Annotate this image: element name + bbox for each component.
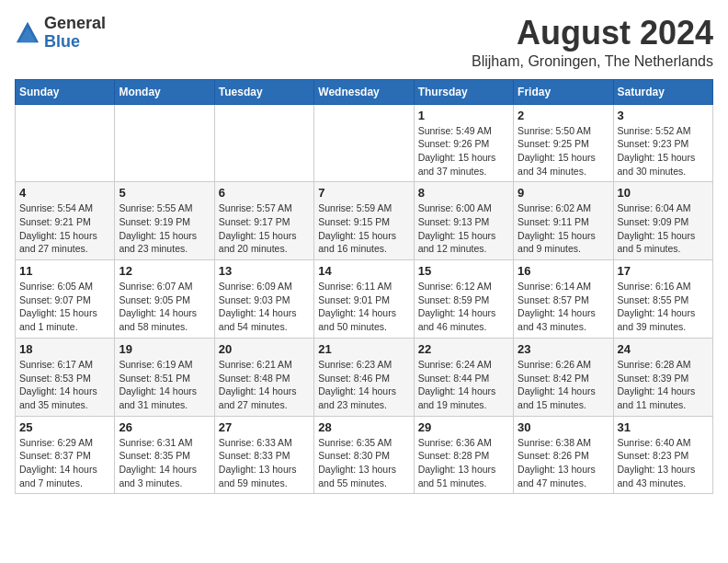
day-info: Sunrise: 6:29 AM Sunset: 8:37 PM Dayligh… bbox=[19, 436, 110, 490]
location-subtitle: Blijham, Groningen, The Netherlands bbox=[472, 53, 713, 70]
weekday-header-saturday: Saturday bbox=[613, 79, 712, 104]
calendar-cell: 27Sunrise: 6:33 AM Sunset: 8:33 PM Dayli… bbox=[214, 416, 313, 494]
weekday-header-wednesday: Wednesday bbox=[314, 79, 414, 104]
day-info: Sunrise: 5:54 AM Sunset: 9:21 PM Dayligh… bbox=[19, 201, 110, 256]
calendar-cell: 8Sunrise: 6:00 AM Sunset: 9:13 PM Daylig… bbox=[414, 182, 513, 260]
day-number: 31 bbox=[618, 420, 709, 434]
calendar-cell: 25Sunrise: 6:29 AM Sunset: 8:37 PM Dayli… bbox=[16, 416, 115, 494]
calendar-cell: 28Sunrise: 6:35 AM Sunset: 8:30 PM Dayli… bbox=[314, 416, 414, 494]
calendar-week-row: 25Sunrise: 6:29 AM Sunset: 8:37 PM Dayli… bbox=[16, 416, 713, 494]
day-info: Sunrise: 6:14 AM Sunset: 8:57 PM Dayligh… bbox=[518, 280, 609, 334]
calendar-cell: 1Sunrise: 5:49 AM Sunset: 9:26 PM Daylig… bbox=[414, 104, 513, 182]
day-info: Sunrise: 6:38 AM Sunset: 8:26 PM Dayligh… bbox=[518, 436, 609, 490]
day-info: Sunrise: 6:33 AM Sunset: 8:33 PM Dayligh… bbox=[219, 436, 310, 490]
logo-blue-text: Blue bbox=[44, 32, 80, 51]
day-number: 9 bbox=[518, 186, 609, 200]
calendar-cell bbox=[16, 104, 115, 182]
calendar-cell: 16Sunrise: 6:14 AM Sunset: 8:57 PM Dayli… bbox=[514, 260, 613, 339]
day-number: 27 bbox=[219, 420, 310, 434]
calendar-cell: 31Sunrise: 6:40 AM Sunset: 8:23 PM Dayli… bbox=[613, 416, 712, 494]
day-info: Sunrise: 6:11 AM Sunset: 9:01 PM Dayligh… bbox=[318, 280, 409, 334]
day-number: 11 bbox=[19, 264, 110, 278]
day-number: 8 bbox=[418, 186, 509, 200]
calendar-cell: 22Sunrise: 6:24 AM Sunset: 8:44 PM Dayli… bbox=[414, 338, 513, 416]
logo-icon bbox=[15, 20, 40, 46]
day-number: 15 bbox=[418, 264, 509, 278]
day-info: Sunrise: 6:28 AM Sunset: 8:39 PM Dayligh… bbox=[618, 358, 709, 412]
day-info: Sunrise: 6:12 AM Sunset: 8:59 PM Dayligh… bbox=[418, 280, 509, 334]
day-number: 2 bbox=[518, 109, 609, 122]
day-info: Sunrise: 6:21 AM Sunset: 8:48 PM Dayligh… bbox=[219, 358, 310, 412]
day-number: 14 bbox=[318, 264, 409, 278]
calendar-cell: 18Sunrise: 6:17 AM Sunset: 8:53 PM Dayli… bbox=[16, 338, 115, 416]
day-number: 13 bbox=[219, 264, 310, 278]
weekday-header-monday: Monday bbox=[115, 79, 214, 104]
logo-general-text: General bbox=[44, 14, 106, 32]
weekday-header-sunday: Sunday bbox=[16, 79, 115, 104]
day-number: 23 bbox=[518, 342, 609, 356]
weekday-header-tuesday: Tuesday bbox=[214, 79, 313, 104]
calendar-cell: 19Sunrise: 6:19 AM Sunset: 8:51 PM Dayli… bbox=[115, 338, 214, 416]
day-number: 24 bbox=[618, 342, 709, 356]
calendar-cell: 23Sunrise: 6:26 AM Sunset: 8:42 PM Dayli… bbox=[514, 338, 613, 416]
calendar-week-row: 4Sunrise: 5:54 AM Sunset: 9:21 PM Daylig… bbox=[16, 182, 713, 260]
day-number: 17 bbox=[618, 264, 709, 278]
day-info: Sunrise: 6:40 AM Sunset: 8:23 PM Dayligh… bbox=[618, 436, 709, 490]
calendar-cell: 2Sunrise: 5:50 AM Sunset: 9:25 PM Daylig… bbox=[514, 104, 613, 182]
day-info: Sunrise: 5:52 AM Sunset: 9:23 PM Dayligh… bbox=[618, 124, 709, 178]
day-info: Sunrise: 6:23 AM Sunset: 8:46 PM Dayligh… bbox=[318, 358, 409, 412]
calendar-cell: 4Sunrise: 5:54 AM Sunset: 9:21 PM Daylig… bbox=[16, 182, 115, 260]
day-info: Sunrise: 5:49 AM Sunset: 9:26 PM Dayligh… bbox=[418, 124, 509, 178]
day-info: Sunrise: 5:59 AM Sunset: 9:15 PM Dayligh… bbox=[318, 201, 409, 256]
day-info: Sunrise: 6:00 AM Sunset: 9:13 PM Dayligh… bbox=[418, 201, 509, 256]
calendar-cell: 7Sunrise: 5:59 AM Sunset: 9:15 PM Daylig… bbox=[314, 182, 414, 260]
calendar-cell: 9Sunrise: 6:02 AM Sunset: 9:11 PM Daylig… bbox=[514, 182, 613, 260]
calendar-week-row: 1Sunrise: 5:49 AM Sunset: 9:26 PM Daylig… bbox=[16, 104, 713, 182]
calendar-cell: 21Sunrise: 6:23 AM Sunset: 8:46 PM Dayli… bbox=[314, 338, 414, 416]
day-number: 20 bbox=[219, 342, 310, 356]
day-number: 7 bbox=[318, 186, 409, 200]
day-number: 5 bbox=[119, 186, 210, 200]
day-info: Sunrise: 6:24 AM Sunset: 8:44 PM Dayligh… bbox=[418, 358, 509, 412]
day-info: Sunrise: 6:05 AM Sunset: 9:07 PM Dayligh… bbox=[19, 280, 110, 334]
title-block: August 2024 Blijham, Groningen, The Neth… bbox=[472, 15, 713, 70]
day-info: Sunrise: 6:16 AM Sunset: 8:55 PM Dayligh… bbox=[618, 280, 709, 334]
weekday-header-thursday: Thursday bbox=[414, 79, 513, 104]
month-year-title: August 2024 bbox=[472, 15, 713, 52]
day-info: Sunrise: 6:19 AM Sunset: 8:51 PM Dayligh… bbox=[119, 358, 210, 412]
day-number: 25 bbox=[19, 420, 110, 434]
day-number: 1 bbox=[418, 109, 509, 122]
day-number: 18 bbox=[19, 342, 110, 356]
calendar-cell: 29Sunrise: 6:36 AM Sunset: 8:28 PM Dayli… bbox=[414, 416, 513, 494]
calendar-cell: 10Sunrise: 6:04 AM Sunset: 9:09 PM Dayli… bbox=[613, 182, 712, 260]
day-number: 16 bbox=[518, 264, 609, 278]
calendar-cell: 13Sunrise: 6:09 AM Sunset: 9:03 PM Dayli… bbox=[214, 260, 313, 339]
calendar-week-row: 18Sunrise: 6:17 AM Sunset: 8:53 PM Dayli… bbox=[16, 338, 713, 416]
day-info: Sunrise: 6:09 AM Sunset: 9:03 PM Dayligh… bbox=[219, 280, 310, 334]
calendar-week-row: 11Sunrise: 6:05 AM Sunset: 9:07 PM Dayli… bbox=[16, 260, 713, 339]
day-info: Sunrise: 6:36 AM Sunset: 8:28 PM Dayligh… bbox=[418, 436, 509, 490]
day-info: Sunrise: 5:50 AM Sunset: 9:25 PM Dayligh… bbox=[518, 124, 609, 178]
day-number: 3 bbox=[618, 109, 709, 122]
day-number: 28 bbox=[318, 420, 409, 434]
day-number: 26 bbox=[119, 420, 210, 434]
day-info: Sunrise: 6:26 AM Sunset: 8:42 PM Dayligh… bbox=[518, 358, 609, 412]
logo: General Blue bbox=[15, 15, 106, 52]
day-info: Sunrise: 5:55 AM Sunset: 9:19 PM Dayligh… bbox=[119, 201, 210, 256]
day-number: 21 bbox=[318, 342, 409, 356]
calendar-cell: 12Sunrise: 6:07 AM Sunset: 9:05 PM Dayli… bbox=[115, 260, 214, 339]
calendar-cell: 14Sunrise: 6:11 AM Sunset: 9:01 PM Dayli… bbox=[314, 260, 414, 339]
day-info: Sunrise: 6:04 AM Sunset: 9:09 PM Dayligh… bbox=[618, 201, 709, 256]
calendar-cell bbox=[314, 104, 414, 182]
day-number: 19 bbox=[119, 342, 210, 356]
calendar-cell: 6Sunrise: 5:57 AM Sunset: 9:17 PM Daylig… bbox=[214, 182, 313, 260]
calendar-cell bbox=[214, 104, 313, 182]
day-number: 12 bbox=[119, 264, 210, 278]
calendar-cell bbox=[115, 104, 214, 182]
page-header: General Blue August 2024 Blijham, Gronin… bbox=[15, 15, 713, 70]
day-number: 30 bbox=[518, 420, 609, 434]
day-info: Sunrise: 5:57 AM Sunset: 9:17 PM Dayligh… bbox=[219, 201, 310, 256]
calendar-cell: 11Sunrise: 6:05 AM Sunset: 9:07 PM Dayli… bbox=[16, 260, 115, 339]
calendar-cell: 20Sunrise: 6:21 AM Sunset: 8:48 PM Dayli… bbox=[214, 338, 313, 416]
calendar-cell: 17Sunrise: 6:16 AM Sunset: 8:55 PM Dayli… bbox=[613, 260, 712, 339]
